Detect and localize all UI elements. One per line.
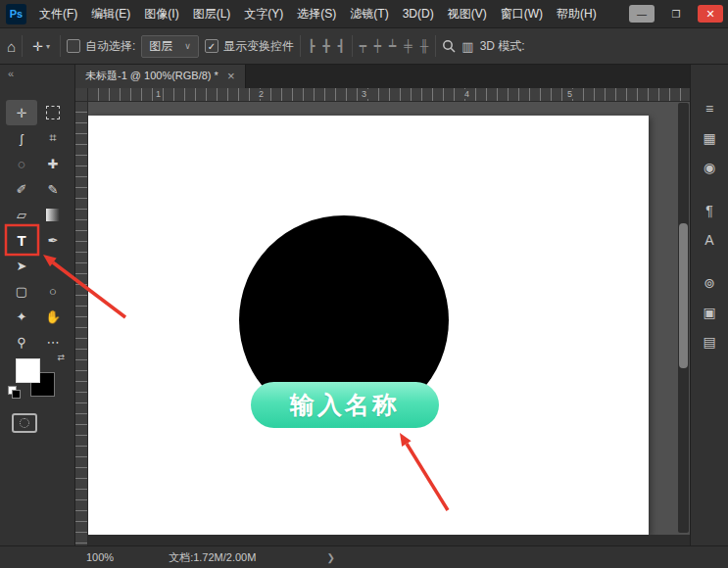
menu-select[interactable]: 选择(S)	[290, 6, 343, 23]
tab-close-icon[interactable]: ×	[227, 69, 235, 83]
menu-view[interactable]: 视图(V)	[441, 6, 494, 23]
align-middle-icon[interactable]: ┿	[373, 39, 382, 53]
properties-panel-icon[interactable]: ≡	[691, 94, 728, 123]
color-swatches: ⇄	[16, 356, 65, 400]
marquee-icon	[46, 106, 60, 119]
vertical-ruler	[74, 101, 88, 546]
menu-layer[interactable]: 图层(L)	[186, 6, 238, 23]
divider	[352, 35, 353, 57]
horizontal-type-tool[interactable]: T	[6, 227, 37, 253]
adjustments-panel-icon[interactable]: ▤	[691, 327, 728, 356]
clone-source-panel-icon[interactable]: ⊚	[691, 268, 728, 298]
scrollbar-thumb[interactable]	[679, 223, 688, 368]
rectangular-marquee-tool[interactable]	[37, 100, 69, 125]
document-size-info: 文档:1.72M/2.00M	[169, 550, 256, 565]
default-colors-icon[interactable]	[8, 386, 20, 398]
pen-tool[interactable]: ✒	[37, 227, 69, 253]
quick-mask-icon[interactable]	[12, 413, 37, 433]
ruler-number: 4	[462, 89, 471, 99]
path-selection-tool[interactable]: ➤	[6, 253, 37, 278]
brush-tool[interactable]: ✎	[37, 176, 69, 202]
input-name-button[interactable]: 输入名称	[251, 382, 439, 428]
empty-tool-slot	[37, 253, 69, 278]
menu-filter[interactable]: 滤镜(T)	[343, 6, 395, 23]
photoshop-logo: Ps	[6, 4, 26, 24]
move-tool-icon: ✛	[32, 39, 43, 54]
tools-grid: ✛ ʃ ⌗ ◌ ✚ ✐ ✎ ▱ T ✒ ➤ ▢ ○	[6, 100, 71, 355]
document-canvas[interactable]: 输入名称	[88, 116, 649, 535]
3d-mode-label: 3D 模式:	[480, 38, 525, 55]
chevron-down-icon: ▾	[46, 42, 50, 51]
workspace-panel-icon[interactable]: ▥	[461, 39, 473, 54]
divider	[60, 35, 61, 57]
character-panel-icon[interactable]: A	[691, 225, 728, 255]
paragraph-panel-icon[interactable]: ¶	[691, 196, 728, 225]
rounded-rectangle-tool[interactable]: ▢	[6, 278, 37, 304]
ellipse-tool[interactable]: ○	[37, 278, 69, 304]
libraries-panel-icon[interactable]: ▣	[691, 298, 728, 327]
window-controls: — ❐ ✕	[629, 5, 728, 23]
custom-shape-tool[interactable]: ✦	[6, 304, 37, 329]
collapse-panel-icon[interactable]: «	[8, 68, 14, 79]
divider	[300, 35, 301, 57]
align-left-icon[interactable]: ┣	[307, 39, 315, 53]
menu-window[interactable]: 窗口(W)	[494, 6, 550, 23]
document-tab[interactable]: 未标题-1 @ 100%(RGB/8) * ×	[74, 63, 246, 88]
align-center-icon[interactable]: ╋	[321, 39, 330, 53]
status-bar: 100% 文档:1.72M/2.00M ❯	[0, 545, 728, 568]
canvas-region: 1 2 3 4 5 输入名称	[74, 88, 691, 546]
gradient-icon	[46, 209, 60, 221]
chevron-down-icon: ∨	[184, 41, 191, 51]
menu-help[interactable]: 帮助(H)	[550, 6, 604, 23]
show-transform-checkbox[interactable]: ✓ 显示变换控件	[205, 38, 294, 55]
eyedropper-tool[interactable]: ✐	[6, 176, 37, 202]
tools-panel: « ✛ ʃ ⌗ ◌ ✚ ✐ ✎ ▱ T ✒ ➤ ▢	[0, 63, 75, 546]
gradient-tool[interactable]	[37, 202, 69, 227]
document-tab-bar: 未标题-1 @ 100%(RGB/8) * ×	[74, 63, 691, 88]
swatches-panel-icon[interactable]: ▦	[691, 123, 728, 153]
spot-healing-brush-tool[interactable]: ✚	[37, 151, 69, 176]
maximize-button[interactable]: ❐	[663, 5, 689, 23]
crop-tool[interactable]: ⌗	[37, 125, 69, 151]
auto-select-target-dropdown[interactable]: 图层 ∨	[141, 35, 199, 58]
ruler-number: 5	[565, 89, 574, 99]
close-button[interactable]: ✕	[698, 5, 723, 23]
menu-edit[interactable]: 编辑(E)	[84, 6, 137, 23]
hand-tool[interactable]: ✋	[37, 304, 69, 329]
vertical-scrollbar[interactable]	[678, 103, 689, 533]
lasso-tool[interactable]: ʃ	[6, 125, 37, 151]
align-bottom-icon[interactable]: ┷	[388, 39, 397, 53]
auto-select-checkbox[interactable]: 自动选择:	[67, 38, 135, 55]
menu-bar: Ps 文件(F) 编辑(E) 图像(I) 图层(L) 文字(Y) 选择(S) 滤…	[0, 0, 728, 27]
eraser-tool[interactable]: ▱	[6, 202, 37, 227]
color-panel-icon[interactable]: ◉	[691, 153, 728, 182]
current-tool-button[interactable]: ✛ ▾	[28, 37, 54, 56]
status-expand-icon[interactable]: ❯	[326, 552, 334, 563]
options-bar: ⌂ ✛ ▾ 自动选择: 图层 ∨ ✓ 显示变换控件 ┣ ╋ ┫ ┯ ┿ ┷ ╪ …	[0, 27, 728, 65]
home-icon[interactable]: ⌂	[7, 38, 16, 55]
menu-file[interactable]: 文件(F)	[32, 6, 84, 23]
foreground-color-swatch[interactable]	[16, 358, 40, 383]
search-icon[interactable]	[442, 39, 456, 53]
auto-select-label: 自动选择:	[85, 38, 135, 55]
minimize-button[interactable]: —	[629, 5, 655, 23]
distribute-vertical-icon[interactable]: ╫	[419, 39, 430, 53]
divider	[435, 35, 436, 57]
align-right-icon[interactable]: ┫	[336, 39, 345, 53]
zoom-tool[interactable]: ⚲	[6, 329, 37, 355]
menu-type[interactable]: 文字(Y)	[237, 6, 290, 23]
menu-image[interactable]: 图像(I)	[137, 6, 185, 23]
document-title: 未标题-1 @ 100%(RGB/8) *	[85, 69, 218, 83]
align-top-icon[interactable]: ┯	[359, 39, 367, 53]
ruler-number: 3	[360, 89, 368, 99]
edit-toolbar-icon[interactable]: ⋯	[37, 329, 69, 355]
move-tool[interactable]: ✛	[6, 100, 37, 125]
menu-3d[interactable]: 3D(D)	[396, 7, 441, 21]
zoom-level-field[interactable]: 100%	[86, 551, 114, 563]
auto-select-value: 图层	[149, 38, 172, 55]
ruler-origin-corner	[74, 88, 88, 102]
object-selection-tool[interactable]: ◌	[6, 151, 37, 176]
distribute-horizontal-icon[interactable]: ╪	[403, 39, 413, 53]
swap-colors-icon[interactable]: ⇄	[57, 353, 65, 362]
show-transform-label: 显示变换控件	[223, 38, 294, 55]
